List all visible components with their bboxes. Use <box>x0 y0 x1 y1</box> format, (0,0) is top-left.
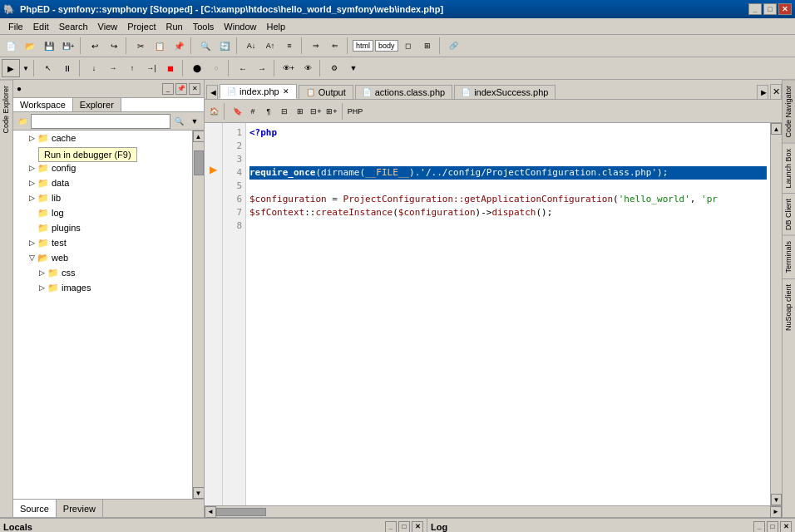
scroll-track[interactable] <box>193 142 205 487</box>
expand-test[interactable]: ▷ <box>27 238 37 248</box>
locals-max-btn[interactable]: □ <box>398 521 410 533</box>
menu-run[interactable]: Run <box>160 20 187 33</box>
save-button[interactable]: 💾 <box>40 37 58 55</box>
ed-tb-unfoldall[interactable]: ⊞+ <box>324 104 339 119</box>
db-client-tab[interactable]: DB Client <box>783 193 795 235</box>
tree-item-lib[interactable]: ▷ 📁 lib <box>13 190 192 205</box>
tb-btn-h[interactable]: 🔗 <box>445 37 463 55</box>
debug-extra-btn[interactable]: ▼ <box>344 59 363 77</box>
tb-btn-g[interactable]: ⊞ <box>418 37 437 55</box>
expand-log[interactable] <box>27 208 37 218</box>
tree-scrollbar[interactable]: ▲ ▼ <box>192 131 204 499</box>
step-over-btn[interactable]: → <box>104 59 122 77</box>
new-button[interactable]: 📄 <box>2 37 20 55</box>
ft-search-btn[interactable]: 🔍 <box>171 114 186 129</box>
ft-tb-btn1[interactable]: 📁 <box>15 114 30 129</box>
expand-data[interactable]: ▷ <box>27 178 37 188</box>
tree-item-config[interactable]: ▷ 📁 config <box>13 160 192 175</box>
watch-add-btn[interactable]: 👁+ <box>279 59 298 77</box>
tb-btn-f[interactable]: ◻ <box>399 37 417 55</box>
toggle-break-btn[interactable]: ⬤ <box>188 59 206 77</box>
tb-btn-b[interactable]: A↑ <box>261 37 279 55</box>
tb-btn-e[interactable]: ⇐ <box>326 37 344 55</box>
menu-file[interactable]: File <box>3 20 28 33</box>
step-into-btn[interactable]: ↓ <box>85 59 103 77</box>
find-replace-button[interactable]: 🔄 <box>215 37 234 55</box>
launch-box-tab[interactable]: Launch Box <box>783 143 795 194</box>
source-tab[interactable]: Source <box>13 500 57 517</box>
ed-tb-php[interactable]: PHP <box>348 104 363 119</box>
menu-tools[interactable]: Tools <box>188 20 220 33</box>
editor-tab-output[interactable]: 📋 Output <box>299 85 353 99</box>
workspace-tab[interactable]: Workspace <box>13 98 73 111</box>
menu-edit[interactable]: Edit <box>28 20 54 33</box>
pause-btn[interactable]: ⏸ <box>58 59 77 77</box>
menu-help[interactable]: Help <box>261 20 290 33</box>
editor-tab-prev[interactable]: ◄ <box>206 85 218 99</box>
maximize-button[interactable]: □ <box>763 3 777 15</box>
stop-btn[interactable]: ⏹ <box>161 59 180 77</box>
ed-tb-mark1[interactable]: # <box>245 104 260 119</box>
expand-images[interactable]: ▷ <box>37 283 47 293</box>
editor-tab-index-php[interactable]: 📄 index.php ✕ <box>220 84 297 99</box>
tree-item-plugins[interactable]: 📁 plugins <box>13 220 192 235</box>
code-scroll-track[interactable] <box>771 135 782 494</box>
close-button[interactable]: ✕ <box>778 3 792 15</box>
back-btn[interactable]: ← <box>234 59 252 77</box>
code-explorer-tab[interactable]: Code Explorer <box>0 80 12 139</box>
run-to-cursor-btn[interactable]: →| <box>142 59 160 77</box>
run-dropdown[interactable]: ▼ <box>21 59 31 77</box>
paste-button[interactable]: 📌 <box>170 37 188 55</box>
undo-button[interactable]: ↩ <box>86 37 104 55</box>
tab-close-index-php[interactable]: ✕ <box>283 87 289 96</box>
ed-tb-foldall[interactable]: ⊟+ <box>309 104 323 119</box>
editor-tab-success[interactable]: 📄 indexSuccess.php <box>454 85 556 99</box>
hscroll-track[interactable] <box>216 508 770 516</box>
ed-tb-fold[interactable]: ⊟ <box>277 104 292 119</box>
menu-project[interactable]: Project <box>122 20 160 33</box>
preview-tab[interactable]: Preview <box>57 500 103 517</box>
code-hscrollbar[interactable]: ◄ ► <box>205 505 782 517</box>
debug-config-btn[interactable]: ⚙ <box>325 59 343 77</box>
editor-tab-actions[interactable]: 📄 actions.class.php <box>355 85 452 99</box>
expand-config[interactable]: ▷ <box>27 163 37 173</box>
tb-btn-c[interactable]: ≡ <box>280 37 299 55</box>
locals-min-btn[interactable]: _ <box>385 521 397 533</box>
terminals-tab[interactable]: Terminals <box>783 235 795 278</box>
tb-btn-a[interactable]: A↓ <box>242 37 260 55</box>
tb-btn-d[interactable]: ⇒ <box>307 37 325 55</box>
expand-web[interactable]: ▽ <box>27 253 37 263</box>
tree-item-cache[interactable]: ▷ 📁 cache <box>13 131 192 145</box>
save-all-button[interactable]: 💾+ <box>59 37 77 55</box>
ed-tb-home[interactable]: 🏠 <box>206 104 221 119</box>
cursor-btn[interactable]: ↖ <box>39 59 57 77</box>
scroll-thumb[interactable] <box>194 150 204 175</box>
expand-css[interactable]: ▷ <box>37 268 47 278</box>
code-navigator-tab[interactable]: Code Navigator <box>783 80 795 143</box>
code-scroll-up[interactable]: ▲ <box>771 123 782 135</box>
code-editor[interactable]: <?php require_once(dirname(__FILE__).'/.… <box>246 123 770 505</box>
ft-options-btn[interactable]: ▼ <box>187 114 202 129</box>
ft-close-btn[interactable]: ✕ <box>189 83 200 95</box>
ft-minimize-btn[interactable]: _ <box>162 83 174 95</box>
ft-pin-btn[interactable]: 📌 <box>175 83 187 95</box>
expand-cache[interactable]: ▷ <box>27 133 37 143</box>
copy-button[interactable]: 📋 <box>151 37 169 55</box>
forward-btn[interactable]: → <box>253 59 271 77</box>
log-min-btn[interactable]: _ <box>753 521 765 533</box>
scroll-down-btn[interactable]: ▼ <box>193 487 205 499</box>
expand-plugins[interactable] <box>27 223 37 233</box>
hscroll-left[interactable]: ◄ <box>205 506 216 518</box>
tree-item-data[interactable]: ▷ 📁 data <box>13 175 192 190</box>
ed-tb-unfold[interactable]: ⊞ <box>293 104 308 119</box>
editor-tab-next[interactable]: ► <box>757 85 768 99</box>
menu-view[interactable]: View <box>93 20 123 33</box>
explorer-tab[interactable]: Explorer <box>73 98 121 111</box>
find-button[interactable]: 🔍 <box>196 37 215 55</box>
scroll-up-btn[interactable]: ▲ <box>193 131 205 142</box>
tree-item-log[interactable]: 📁 log <box>13 205 192 220</box>
menu-search[interactable]: Search <box>54 20 93 33</box>
ed-tb-mark2[interactable]: ¶ <box>261 104 276 119</box>
log-max-btn[interactable]: □ <box>767 521 778 533</box>
locals-close-btn[interactable]: ✕ <box>412 521 423 533</box>
